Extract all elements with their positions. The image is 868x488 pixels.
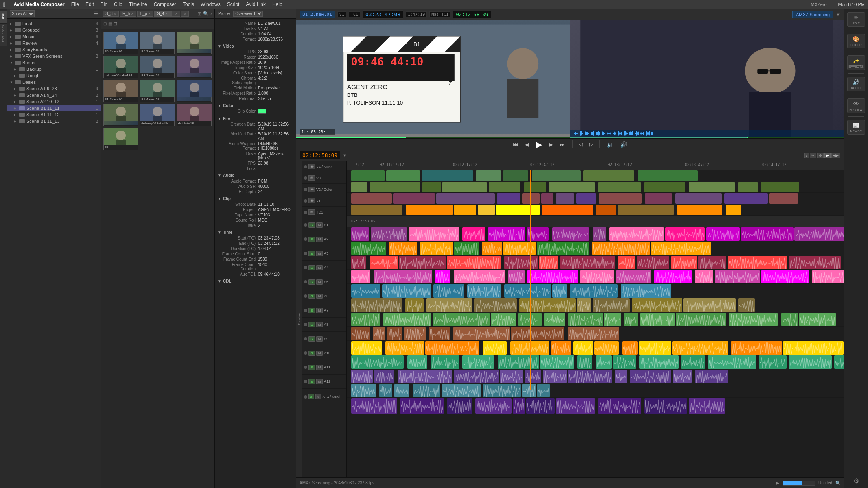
edit-tool-btn[interactable]: ✏ EDIT xyxy=(847,12,865,27)
clip-block[interactable] xyxy=(639,355,679,369)
menu-clip[interactable]: Clip xyxy=(114,2,122,7)
clip-block[interactable] xyxy=(527,270,578,283)
clip-block[interactable] xyxy=(695,270,713,283)
clip-block[interactable] xyxy=(522,384,536,397)
clip-block[interactable] xyxy=(351,182,367,192)
clip-block[interactable] xyxy=(442,384,481,397)
sequence-label[interactable]: AMXZ Screening xyxy=(792,11,833,18)
track-eye-btn[interactable]: 👁 xyxy=(308,198,315,203)
bin-thumb-12[interactable]: B3- xyxy=(103,128,138,150)
bin-thumb-6[interactable]: B1-2.new.01 xyxy=(103,80,138,102)
play-icon[interactable]: ▶ xyxy=(776,481,779,485)
clip-block[interactable] xyxy=(708,355,756,369)
clip-block[interactable] xyxy=(527,227,549,241)
clip-block[interactable] xyxy=(374,370,394,383)
track-mute-btn[interactable]: M xyxy=(316,251,323,256)
track-mute-btn[interactable]: M xyxy=(316,336,323,342)
track-eye-btn[interactable]: 👁 xyxy=(308,209,315,215)
tl-tool-3[interactable]: ⊕ xyxy=(817,152,824,158)
clip-block[interactable] xyxy=(541,193,553,204)
clip-block[interactable] xyxy=(621,284,671,298)
track-solo-btn[interactable]: S xyxy=(308,222,315,228)
clip-block[interactable] xyxy=(789,256,841,269)
clip-block[interactable] xyxy=(543,370,567,383)
track-solo-btn[interactable]: S xyxy=(308,336,315,342)
clip-block[interactable] xyxy=(351,327,370,340)
track-solo-btn[interactable]: S xyxy=(308,379,315,384)
transport-play-btn[interactable]: ▶ xyxy=(534,139,544,150)
clip-block[interactable] xyxy=(613,355,636,369)
profile-select[interactable]: Overview 1 xyxy=(233,11,263,17)
track-solo-btn[interactable]: S xyxy=(308,237,315,242)
clip-block[interactable] xyxy=(598,398,641,414)
clip-block[interactable] xyxy=(537,242,589,255)
clip-block[interactable] xyxy=(706,227,740,241)
clip-block[interactable] xyxy=(644,182,685,192)
clip-block[interactable] xyxy=(503,170,528,181)
clip-block[interactable] xyxy=(483,384,521,397)
clip-block[interactable] xyxy=(508,270,525,283)
clip-block[interactable] xyxy=(794,227,844,241)
clip-block[interactable] xyxy=(519,298,576,312)
clip-block[interactable] xyxy=(781,313,798,326)
tl-tool-4[interactable]: ▶ xyxy=(824,152,831,158)
clip-block[interactable] xyxy=(738,298,755,312)
clip-block[interactable] xyxy=(542,205,593,215)
mark-in-btn[interactable]: ◁ xyxy=(577,141,584,148)
clip-block[interactable] xyxy=(698,256,726,269)
bin-tab-bp[interactable]: B_p× xyxy=(137,11,153,17)
bin-thumb-5[interactable] xyxy=(177,56,212,78)
clip-block[interactable] xyxy=(483,341,507,355)
clip-block[interactable] xyxy=(373,327,385,340)
track-lock-btn[interactable] xyxy=(304,223,307,227)
clip-block[interactable] xyxy=(462,227,485,241)
clip-block[interactable] xyxy=(431,355,459,369)
clip-block[interactable] xyxy=(593,298,630,312)
clip-block[interactable] xyxy=(371,227,407,241)
clip-block[interactable] xyxy=(453,327,510,340)
clip-block[interactable] xyxy=(374,270,432,283)
clip-block[interactable] xyxy=(482,242,502,255)
clip-block[interactable] xyxy=(724,193,768,204)
track-solo-btn[interactable]: S xyxy=(308,251,315,256)
clip-block[interactable] xyxy=(570,284,618,298)
clip-block[interactable] xyxy=(351,341,382,355)
clip-block[interactable] xyxy=(425,341,479,355)
clip-block[interactable] xyxy=(695,370,728,383)
clip-block[interactable] xyxy=(426,298,472,312)
clip-block[interactable] xyxy=(522,193,540,204)
track-mute-btn[interactable]: M xyxy=(316,322,323,327)
clip-block[interactable] xyxy=(497,193,520,204)
clip-block[interactable] xyxy=(593,227,606,241)
clip-block[interactable] xyxy=(370,182,420,192)
bin-search-icon[interactable]: 🔍 xyxy=(203,11,209,16)
clip-block[interactable] xyxy=(406,205,453,215)
clip-block[interactable] xyxy=(489,182,520,192)
bin-item-scene-b1-11_13[interactable]: ▶Scene B1 11_132 xyxy=(7,118,101,124)
track-lock-btn[interactable] xyxy=(304,266,307,269)
track-solo-btn[interactable]: S xyxy=(308,265,315,270)
clip-block[interactable] xyxy=(524,182,546,192)
track-lock-btn[interactable] xyxy=(304,176,307,180)
view-icon[interactable]: ▤ xyxy=(108,22,112,26)
clip-block[interactable] xyxy=(526,398,555,414)
track-solo-btn[interactable]: S xyxy=(308,322,315,327)
clip-block[interactable] xyxy=(544,313,565,326)
sort-icon[interactable]: ⊞ xyxy=(103,22,107,26)
bin-thumb-1[interactable]: B6-2.new.02 xyxy=(140,32,175,54)
bin-tab-6[interactable]: × xyxy=(181,11,189,17)
clip-block[interactable] xyxy=(834,355,844,369)
clip-block[interactable] xyxy=(433,284,464,298)
track-mute-btn[interactable]: M xyxy=(316,365,323,370)
clip-block[interactable] xyxy=(672,341,728,355)
track-mute-btn[interactable]: M xyxy=(316,279,323,285)
clip-block[interactable] xyxy=(715,270,760,283)
track-lock-btn[interactable] xyxy=(304,294,307,298)
clip-block[interactable] xyxy=(454,270,505,283)
track-solo-btn[interactable]: S xyxy=(308,294,315,299)
track-mute-btn[interactable]: M xyxy=(316,222,323,228)
bin-thumb-0[interactable]: B6-2.new.03 xyxy=(103,32,138,54)
clip-block[interactable] xyxy=(759,355,787,369)
clip-block[interactable] xyxy=(351,242,386,255)
bin-item-backup[interactable]: ▶Backup1 xyxy=(7,66,101,72)
